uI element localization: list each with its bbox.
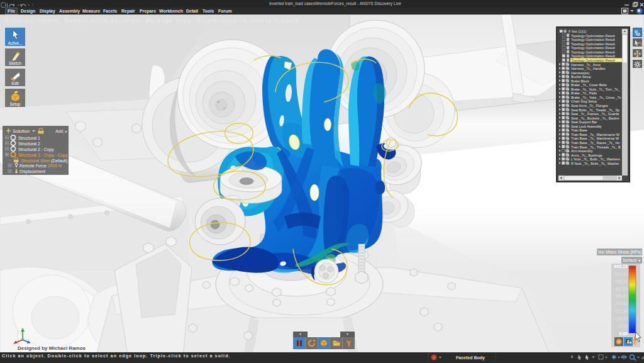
svg-text:Topology Optimization Result: Topology Optimization Result xyxy=(571,38,615,42)
svg-text:693.13: 693.13 xyxy=(614,264,628,269)
svg-text:Harness _?c_ Arms: Harness _?c_ Arms xyxy=(571,63,601,67)
svg-text:0.00: 0.00 xyxy=(619,332,628,336)
svg-text:Train Base: Train Base xyxy=(571,128,587,132)
svg-text:Arm Assembly: Arm Assembly xyxy=(571,149,593,153)
svg-text:Structural Steel (Default): Structural Steel (Default) xyxy=(21,159,67,164)
svg-text:Brake _?c_ Pads: Brake _?c_ Pads xyxy=(571,91,597,95)
svg-text:Seat Arms _?c_ Flanges: Seat Arms _?c_ Flanges xyxy=(571,104,608,108)
svg-text:231.04: 231.04 xyxy=(615,309,628,313)
svg-text:Brake _?c_ Yoke _?c_ Cross _?c: Brake _?c_ Yoke _?c_ Cross _?c xyxy=(571,96,621,99)
svg-text:Topology Optimization Result: Topology Optimization Result xyxy=(571,46,615,50)
svg-text:Topology Optimization Result: Topology Optimization Result xyxy=(571,50,615,54)
svg-text:Chain Dog Setup: Chain Dog Setup xyxy=(571,99,597,103)
svg-text:L Nuts _?c_ Bolts _?c_ Washers: L Nuts _?c_ Bolts _?c_ Washers xyxy=(571,157,620,161)
svg-text:77.01: 77.01 xyxy=(618,324,628,328)
svg-text:Structural 2 - Copy: Structural 2 - Copy xyxy=(18,147,54,152)
svg-text:Faceted Body: Faceted Body xyxy=(456,355,485,360)
svg-text:Topology Optimization Result: Topology Optimization Result xyxy=(571,59,615,62)
svg-text:Buckle Setup: Buckle Setup xyxy=(571,75,591,79)
svg-text:R Nuts _?c_ Bolts _?c_ Washer: R Nuts _?c_ Bolts _?c_ Washer xyxy=(571,162,619,165)
svg-text:Seat Lock Assembly: Seat Lock Assembly xyxy=(571,125,602,128)
svg-text:Brake _?c_ Nuts _?c_ Torx _?c_: Brake _?c_ Nuts _?c_ Torx _?c_ xyxy=(571,87,621,91)
svg-text:Solution: Solution xyxy=(13,128,30,134)
svg-text:Train Base _?c_ Threads _?c_ B: Train Base _?c_ Threads _?c_ B xyxy=(571,145,621,149)
svg-text:539.10: 539.10 xyxy=(615,279,628,284)
svg-text:F Nst (1)(1): F Nst (1)(1) xyxy=(569,30,587,33)
svg-text:Topology Optimization Result: Topology Optimization Result xyxy=(571,34,615,38)
svg-text:Harness _?c_ Handles: Harness _?c_ Handles xyxy=(571,67,606,70)
svg-text:Train Base _?c_ Races _?c_ Hu: Train Base _?c_ Races _?c_ Hu xyxy=(571,141,619,145)
svg-text:Seat _?c_ Frames _?c_ Guards: Seat _?c_ Frames _?c_ Guards xyxy=(571,112,619,116)
svg-text:Structural 2 - Copy - Copy: Structural 2 - Copy - Copy xyxy=(18,153,68,158)
svg-text:Seat Support Bar: Seat Support Bar xyxy=(571,120,597,124)
svg-text:Seat _?c_ Buckets _?c_ Backre: Seat _?c_ Buckets _?c_ Backre xyxy=(571,116,619,120)
svg-text:385.07: 385.07 xyxy=(615,294,628,298)
svg-text:Remote Force 2000 N: Remote Force 2000 N xyxy=(19,164,62,168)
svg-text:308.06: 308.06 xyxy=(615,301,628,306)
svg-text:Arms _?c_ Bushings: Arms _?c_ Bushings xyxy=(571,154,602,157)
svg-text:Train Base _?c_ Maintename W: Train Base _?c_ Maintename W xyxy=(571,133,620,137)
svg-text:Structural 1: Structural 1 xyxy=(18,136,40,140)
svg-text:462.09: 462.09 xyxy=(615,287,628,291)
svg-text:616.12: 616.12 xyxy=(615,272,628,276)
svg-text:Topology Optimization Result: Topology Optimization Result xyxy=(571,54,615,58)
svg-text:Brake _?c_ Cover Bolts: Brake _?c_ Cover Bolts xyxy=(571,83,607,87)
svg-text:Topology Optimization Result: Topology Optimization Result xyxy=(571,42,615,46)
svg-text:Structural 2: Structural 2 xyxy=(18,142,40,146)
svg-text:154.03: 154.03 xyxy=(615,316,628,321)
svg-text:Brake Block: Brake Block xyxy=(571,79,589,83)
svg-text:Train Base _?c_ Maintinence W: Train Base _?c_ Maintinence W xyxy=(571,137,619,140)
svg-text:Displacement: Displacement xyxy=(19,169,45,174)
svg-text:Seat Bolts _?c_ Treads _?c_ Sp: Seat Bolts _?c_ Treads _?c_ Sp xyxy=(571,108,619,112)
svg-text:Harness(es): Harness(es) xyxy=(571,71,590,75)
